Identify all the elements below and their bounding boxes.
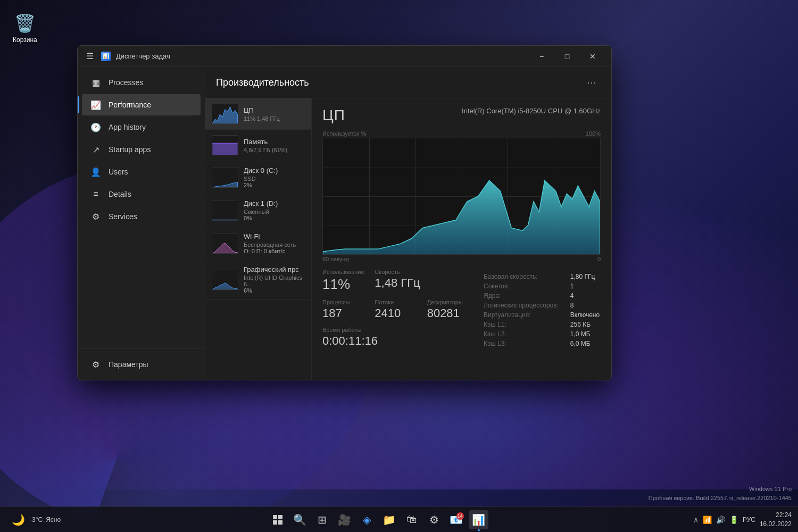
threads-value: 2410 <box>375 306 420 320</box>
sidebar-item-services[interactable]: ⚙ Services <box>82 206 201 227</box>
network-icon[interactable]: 📶 <box>703 516 712 524</box>
sidebar-label-settings: Параметры <box>109 360 148 369</box>
device-item-memory[interactable]: Память 4,8/7,9 ГБ (61%) <box>205 130 311 161</box>
virt-label: Виртуализация: <box>484 311 560 319</box>
battery-icon[interactable]: 🔋 <box>729 516 738 524</box>
sidebar-label-processes: Processes <box>109 78 143 87</box>
wifi-info: Wi-Fi Беспроводная сеть О: 0 П: 0 кбит/с <box>244 232 305 254</box>
graph-label-usage: Используется % <box>322 130 367 137</box>
svg-marker-2 <box>212 182 237 187</box>
start-button[interactable] <box>268 510 287 529</box>
memory-sub: 4,8/7,9 ГБ (61%) <box>244 147 305 153</box>
disk0-mini-graph <box>212 168 238 188</box>
cache1-value: 256 КБ <box>570 321 601 328</box>
device-item-wifi[interactable]: Wi-Fi Беспроводная сеть О: 0 П: 0 кбит/с <box>205 227 311 260</box>
usage-value: 11% <box>322 276 368 293</box>
disk0-sub: SSD <box>244 176 305 182</box>
sidebar-label-details: Details <box>109 190 131 198</box>
close-button[interactable]: ✕ <box>580 48 605 65</box>
device-item-disk1[interactable]: Диск 1 (D:) Сменный 0% <box>205 194 311 227</box>
graph-bottom-labels: 60 секунд 0 <box>322 256 601 262</box>
processes-value: 187 <box>322 306 368 320</box>
svg-marker-0 <box>212 107 237 123</box>
right-stats: Базовая скорость: 1,80 ГГц Сокетов: 1 Яд… <box>484 273 601 347</box>
recycle-bin-label: Корзина <box>13 36 37 44</box>
hamburger-icon[interactable]: ☰ <box>84 49 96 63</box>
minimize-button[interactable]: − <box>529 48 554 65</box>
search-button[interactable]: 🔍 <box>290 510 310 529</box>
mail-icon[interactable]: 📧 14 <box>447 510 466 529</box>
uptime-label: Время работы <box>322 327 473 333</box>
memory-info: Память 4,8/7,9 ГБ (61%) <box>244 138 305 153</box>
cpu-info: ЦП 11% 1,48 ГГц <box>244 106 305 122</box>
wifi-mini-graph <box>212 234 238 254</box>
stat-processes: Процессы 187 <box>322 299 368 320</box>
right-stats-container: Базовая скорость: 1,80 ГГц Сокетов: 1 Яд… <box>484 269 601 354</box>
weather-widget[interactable]: -3°C Ясно <box>30 516 61 523</box>
stat-threads: Потоки 2410 <box>375 299 420 320</box>
windows-version: Windows 11 Pro Пробная версия. Build 225… <box>649 485 792 502</box>
cpu-sub: 11% 1,48 ГГц <box>244 115 305 122</box>
sidebar-item-details[interactable]: ≡ Details <box>82 184 201 205</box>
browser-icon[interactable]: 🎥 <box>335 510 354 529</box>
detail-header: ЦП Intel(R) Core(TM) i5-8250U CPU @ 1.60… <box>322 107 601 124</box>
disk0-info: Диск 0 (С:) SSD 2% <box>244 167 305 188</box>
performance-icon: 📈 <box>90 99 101 110</box>
device-item-cpu[interactable]: ЦП 11% 1,48 ГГц <box>205 98 311 130</box>
device-item-gpu[interactable]: Графический прс Intel(R) UHD Graphics 6.… <box>205 260 311 300</box>
cpu-graph-labels: Используется % 100% <box>322 130 601 137</box>
cache3-label: Кэш L3: <box>484 340 560 347</box>
edge-icon[interactable]: ◈ <box>358 510 377 529</box>
svg-marker-4 <box>212 243 237 253</box>
sockets-value: 1 <box>570 282 601 290</box>
maximize-button[interactable]: □ <box>555 48 579 65</box>
sidebar-label-services: Services <box>109 212 137 221</box>
panel-title: Производительность <box>216 77 309 88</box>
detail-cpu-name: Intel(R) Core(TM) i5-8250U CPU @ 1.60GHz <box>462 107 601 115</box>
taskmanager-tb-icon[interactable]: 📊 <box>469 510 488 529</box>
title-bar: ☰ 📊 Диспетчер задач − □ ✕ <box>78 46 611 67</box>
cores-value: 4 <box>570 292 601 300</box>
sidebar-item-users[interactable]: 👤 Users <box>82 161 201 182</box>
memory-name: Память <box>244 138 305 146</box>
disk1-sub: Сменный <box>244 209 305 215</box>
chevron-icon[interactable]: ∧ <box>693 516 699 524</box>
wifi-sub: Беспроводная сеть <box>244 242 305 248</box>
left-stats: Использование 11% Скорость 1,48 ГГц <box>322 269 473 354</box>
processes-label: Процессы <box>322 299 368 305</box>
logical-label: Логических процессоров: <box>484 302 560 309</box>
graph-time: 60 секунд <box>322 256 349 262</box>
cache3-value: 6,0 МБ <box>570 340 601 347</box>
mail-badge: 14 <box>456 512 464 520</box>
device-item-disk0[interactable]: Диск 0 (С:) SSD 2% <box>205 161 311 194</box>
main-content: ▦ Processes 📈 Performance 🕐 App history … <box>78 67 611 380</box>
volume-icon[interactable]: 🔊 <box>716 516 725 524</box>
svg-marker-6 <box>323 180 600 254</box>
taskbar-center: 🔍 ⊞ 🎥 ◈ 📁 🛍 ⚙ 📧 14 📊 <box>69 510 687 529</box>
stat-speed: Скорость 1,48 ГГц <box>375 269 420 293</box>
recycle-bin-icon[interactable]: 🗑️ Корзина <box>11 11 39 46</box>
speed-value: 1,48 ГГц <box>375 276 420 290</box>
task-view-button[interactable]: ⊞ <box>313 510 332 529</box>
store-icon[interactable]: 🛍 <box>402 510 421 529</box>
file-explorer-icon[interactable]: 📁 <box>380 510 399 529</box>
details-icon: ≡ <box>90 189 101 200</box>
clock[interactable]: 22:24 16.02.2022 <box>760 511 792 529</box>
panel-menu-button[interactable]: ⋯ <box>583 74 601 90</box>
sidebar-item-processes[interactable]: ▦ Processes <box>82 72 201 93</box>
cpu-graph-container: Используется % 100% <box>322 130 601 262</box>
sidebar-item-app-history[interactable]: 🕐 App history <box>82 117 201 138</box>
logical-value: 8 <box>570 302 601 309</box>
disk1-name: Диск 1 (D:) <box>244 200 305 207</box>
uptime-block: Время работы 0:00:11:16 <box>322 327 473 348</box>
language-indicator[interactable]: РУС <box>743 516 755 523</box>
sidebar-label-startup: Startup apps <box>109 145 151 154</box>
startup-icon: ↗ <box>90 144 101 155</box>
threads-label: Потоки <box>375 299 420 305</box>
sidebar-item-settings[interactable]: ⚙ Параметры <box>82 354 201 375</box>
settings-tb-icon[interactable]: ⚙ <box>425 510 444 529</box>
sidebar-item-performance[interactable]: 📈 Performance <box>82 94 201 115</box>
sidebar-item-startup-apps[interactable]: ↗ Startup apps <box>82 139 201 160</box>
handles-label: Дескрипторы <box>427 299 473 305</box>
usage-label: Использование <box>322 269 368 275</box>
